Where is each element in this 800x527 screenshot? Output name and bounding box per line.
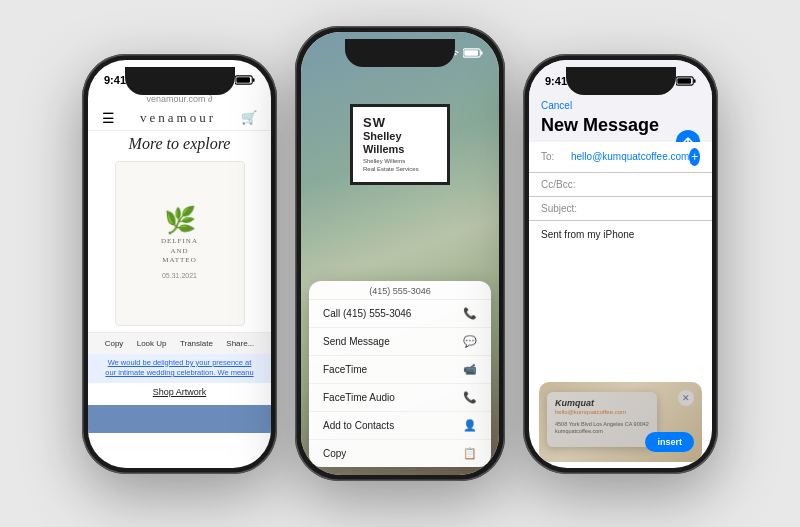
signal-icon	[204, 75, 216, 84]
svg-rect-0	[204, 80, 207, 84]
signal-icon-3	[645, 76, 657, 85]
battery-icon-3	[676, 76, 696, 86]
svg-rect-20	[677, 78, 691, 83]
phone-3-biz-email: hello@kumquatcoffee.com	[555, 409, 649, 415]
svg-rect-6	[236, 77, 250, 82]
phone-1-time: 9:41	[104, 74, 126, 86]
phone-3: 9:41 Cancel New Message To: hello@kumqua…	[523, 54, 718, 474]
phone-2-menu-message[interactable]: Send Message 💬	[309, 328, 491, 356]
phone-3-screen: 9:41 Cancel New Message To: hello@kumqua…	[529, 60, 712, 468]
phone-1-invitation-card: 🌿 DELFINAANDMATTEO 05.31.2021	[115, 161, 245, 326]
phone-1-screen: 9:41 venamour.com ∂ ☰ venamour 🛒 More to…	[88, 60, 271, 468]
phone-1-context-menu: Copy Look Up Translate Share...	[88, 332, 271, 354]
phone-1-url-bar: venamour.com ∂	[88, 92, 271, 106]
phone-2-sign-area: SW ShelleyWillems Shelley WillemsReal Es…	[301, 64, 499, 281]
battery-icon	[235, 75, 255, 85]
phone-2-sign-name: ShelleyWillems	[363, 130, 437, 156]
context-lookup[interactable]: Look Up	[137, 339, 167, 348]
phone-3-cc-field[interactable]: Cc/Bcc:	[529, 173, 712, 197]
svg-rect-3	[214, 75, 216, 84]
svg-rect-1	[207, 78, 210, 84]
phone-3-insert-button[interactable]: insert	[645, 432, 694, 452]
cart-icon[interactable]: 🛒	[241, 110, 257, 125]
phone-3-subject-label: Subject:	[541, 203, 571, 214]
facetime-audio-icon: 📞	[463, 391, 477, 404]
context-copy[interactable]: Copy	[105, 339, 124, 348]
svg-rect-17	[655, 76, 657, 85]
context-share[interactable]: Share...	[226, 339, 254, 348]
svg-rect-8	[435, 52, 438, 58]
svg-rect-12	[481, 51, 483, 55]
phone-3-status-bar: 9:41	[529, 60, 712, 92]
phone-2-sign-initials: SW	[363, 115, 437, 130]
phone-1-logo[interactable]: venamour	[140, 110, 216, 126]
svg-rect-19	[694, 79, 696, 83]
phone-2-menu-copy[interactable]: Copy 📋	[309, 440, 491, 467]
phone-3-cc-label: Cc/Bcc:	[541, 179, 571, 190]
phone-1-card-container: 🌿 DELFINAANDMATTEO 05.31.2021	[88, 161, 271, 326]
phone-2-status-icons	[432, 48, 483, 58]
phone-1-selected-text: We would be delighted by your presence a…	[88, 354, 271, 383]
phone-2-status-bar	[301, 32, 499, 64]
phone-3-biz-card-preview: ✕ Kumquat hello@kumquatcoffee.com 4508 Y…	[539, 382, 702, 462]
phone-2-menu-facetime[interactable]: FaceTime 📹	[309, 356, 491, 384]
floral-decoration: 🌿	[164, 207, 196, 233]
phone-2-context-popup: (415) 555-3046 Call (415) 555-3046 📞 Sen…	[309, 281, 491, 467]
phone-3-time: 9:41	[545, 75, 567, 87]
phone-2-menu-call-label: Call (415) 555-3046	[323, 308, 411, 319]
svg-rect-16	[651, 77, 654, 85]
context-translate[interactable]: Translate	[180, 339, 213, 348]
phone-3-close-card-button[interactable]: ✕	[678, 390, 694, 406]
hamburger-icon[interactable]: ☰	[102, 110, 115, 126]
signal-icon-2	[432, 49, 444, 58]
phone-3-compose-header: Cancel New Message	[529, 92, 712, 142]
phone-1-nav: ☰ venamour 🛒	[88, 106, 271, 131]
phone-3-body-text: Sent from my iPhone	[541, 229, 634, 240]
phone-3-subject-field[interactable]: Subject:	[529, 197, 712, 221]
phone-1-heading: More to explore	[88, 131, 271, 161]
phone-3-to-value[interactable]: hello@kumquatcoffee.com	[571, 151, 689, 162]
facetime-icon: 📹	[463, 363, 477, 376]
svg-rect-13	[464, 50, 478, 55]
phone-3-to-field[interactable]: To: hello@kumquatcoffee.com +	[529, 142, 712, 173]
phone-3-biz-address: 4508 York Blvd Los Angeles CA 90042kumqu…	[555, 421, 649, 435]
svg-rect-2	[210, 76, 213, 84]
svg-rect-5	[253, 78, 255, 82]
phone-2-menu-message-label: Send Message	[323, 336, 390, 347]
phone-1-status-bar: 9:41	[88, 60, 271, 92]
phone-2-menu-add-contacts[interactable]: Add to Contacts 👤	[309, 412, 491, 440]
phone-2-menu-add-contacts-label: Add to Contacts	[323, 420, 394, 431]
phone-1-card-names: DELFINAANDMATTEO	[161, 237, 198, 266]
phone-3-to-label: To:	[541, 151, 571, 162]
phone-1-status-icons	[204, 75, 255, 85]
svg-rect-15	[648, 79, 651, 85]
phone-3-add-recipient-button[interactable]: +	[689, 148, 700, 166]
battery-icon-2	[463, 48, 483, 58]
phone-2-menu-copy-label: Copy	[323, 448, 346, 459]
message-icon: 💬	[463, 335, 477, 348]
phone-3-cancel-button[interactable]: Cancel	[541, 98, 700, 113]
phone-2-business-sign: SW ShelleyWillems Shelley WillemsReal Es…	[350, 104, 450, 185]
svg-rect-10	[442, 49, 444, 58]
phone-3-biz-card: Kumquat hello@kumquatcoffee.com 4508 Yor…	[547, 392, 657, 447]
phone-2: SW ShelleyWillems Shelley WillemsReal Es…	[295, 26, 505, 481]
phone-1: 9:41 venamour.com ∂ ☰ venamour 🛒 More to…	[82, 54, 277, 474]
add-contact-icon: 👤	[463, 419, 477, 432]
phone-3-biz-name: Kumquat	[555, 398, 649, 408]
phone-1-cta[interactable]: Shop Artwork	[88, 383, 271, 399]
phone-2-number-bar: (415) 555-3046	[309, 281, 491, 300]
wifi-icon-2	[447, 49, 460, 58]
wifi-icon	[219, 75, 232, 84]
copy-icon: 📋	[463, 447, 477, 460]
phone-1-banner	[88, 405, 271, 433]
svg-rect-14	[645, 81, 648, 85]
phone-3-status-icons	[645, 76, 696, 86]
phone-3-body[interactable]: Sent from my iPhone	[529, 221, 712, 376]
phone-2-menu-call[interactable]: Call (415) 555-3046 📞	[309, 300, 491, 328]
phone-2-screen: SW ShelleyWillems Shelley WillemsReal Es…	[301, 32, 499, 475]
phone-2-camera-bg: SW ShelleyWillems Shelley WillemsReal Es…	[301, 32, 499, 475]
phone-icon: 📞	[463, 307, 477, 320]
phone-2-menu-facetime-audio-label: FaceTime Audio	[323, 392, 395, 403]
phone-2-menu-facetime-audio[interactable]: FaceTime Audio 📞	[309, 384, 491, 412]
svg-rect-7	[432, 54, 435, 58]
